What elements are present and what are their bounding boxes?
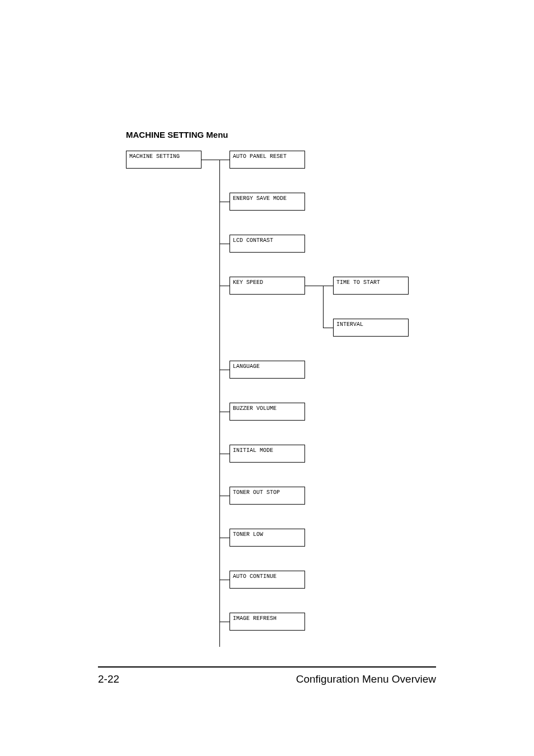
connector (219, 454, 229, 454)
node-interval: INTERVAL (333, 319, 409, 337)
menu-tree-diagram: MACHINE SETTING AUTO PANEL RESET ENERGY … (126, 151, 439, 649)
connector (219, 160, 229, 160)
node-toner-out-stop: TONER OUT STOP (229, 487, 305, 505)
node-energy-save-mode: ENERGY SAVE MODE (229, 193, 305, 211)
node-lcd-contrast: LCD CONTRAST (229, 235, 305, 253)
page-number: 2-22 (98, 673, 119, 685)
connector (323, 286, 333, 286)
node-auto-panel-reset: AUTO PANEL RESET (229, 151, 305, 169)
connector (305, 286, 323, 286)
connector (219, 496, 229, 496)
connector (323, 328, 333, 328)
connector (219, 412, 229, 412)
node-key-speed: KEY SPEED (229, 277, 305, 295)
node-buzzer-volume: BUZZER VOLUME (229, 403, 305, 421)
connector (219, 286, 229, 286)
connector (219, 538, 229, 538)
connector (219, 160, 220, 647)
node-image-refresh: IMAGE REFRESH (229, 613, 305, 631)
section-title: MACHINE SETTING Menu (126, 130, 439, 139)
connector (219, 622, 229, 622)
connector (219, 580, 229, 580)
node-machine-setting: MACHINE SETTING (126, 151, 202, 169)
connector (219, 370, 229, 370)
node-language: LANGUAGE (229, 361, 305, 379)
node-time-to-start: TIME TO START (333, 277, 409, 295)
connector (202, 160, 219, 160)
node-auto-continue: AUTO CONTINUE (229, 571, 305, 589)
connector (219, 244, 229, 244)
connector (219, 202, 229, 202)
node-toner-low: TONER LOW (229, 529, 305, 547)
connector (323, 286, 324, 328)
page-title: Configuration Menu Overview (296, 673, 436, 685)
node-initial-mode: INITIAL MODE (229, 445, 305, 463)
footer-rule (98, 666, 436, 668)
